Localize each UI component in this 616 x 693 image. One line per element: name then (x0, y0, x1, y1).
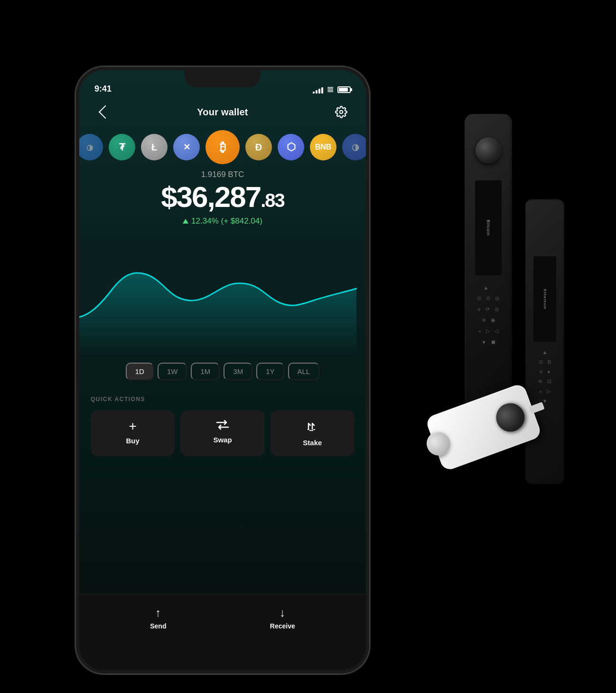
page-title: Your wallet (197, 107, 248, 118)
ledger-nano-x: Bitcoin ▲ ⊙ ⊙ ◎ ≡ ⟳ ◎ ≋ (465, 114, 512, 437)
back-arrow-icon (99, 105, 112, 119)
balance-amount: $36,287.83 (79, 182, 366, 212)
price-chart (79, 232, 366, 355)
coin-item-bnb[interactable]: BNB (310, 134, 336, 160)
app-header: Your wallet (79, 97, 366, 127)
svg-rect-3 (311, 430, 313, 431)
swap-button[interactable]: Swap (180, 410, 264, 456)
status-time: 9:41 (94, 84, 112, 94)
buy-label: Buy (126, 437, 139, 445)
svg-rect-4 (313, 429, 315, 430)
ledger-secondary-icons: ▲ ⊙ B ≡ ♦ ≋ ⊡ + ▷ ▼ (538, 349, 551, 404)
receive-icon: ↓ (280, 606, 285, 619)
time-period-1d[interactable]: 1D (126, 363, 154, 380)
coin-carousel: ◑ ₮ Ł ✕ ₿ Ð ⬡ BNB ◑ (79, 130, 366, 164)
phone-mockup: 9:41 𝌆 (75, 66, 370, 674)
ledger-icon-grid: ▲ ⊙ ⊙ ◎ ≡ ⟳ ◎ ≋ ◉ + (477, 285, 500, 345)
coin-item-ltc[interactable]: Ł (141, 134, 168, 160)
coin-item-btc[interactable]: ₿ (205, 130, 240, 164)
coin-item-usdt[interactable]: ₮ (109, 134, 135, 160)
coin-item-xrp[interactable]: ✕ (173, 134, 200, 160)
time-period-1y[interactable]: 1Y (256, 363, 284, 380)
coin-item-partial2[interactable]: ◑ (79, 134, 103, 160)
signal-strength-icon (313, 86, 323, 94)
trend-up-icon (183, 219, 188, 224)
settings-button[interactable] (332, 103, 351, 122)
swap-label: Swap (213, 436, 232, 444)
ledger-main-button (476, 138, 501, 163)
time-period-3m[interactable]: 3M (224, 363, 252, 380)
chart-svg (79, 232, 366, 355)
time-period-selector: 1D 1W 1M 3M 1Y ALL (79, 363, 366, 380)
time-period-1m[interactable]: 1M (191, 363, 220, 380)
svg-rect-1 (308, 429, 309, 430)
swap-icon (216, 420, 229, 432)
time-period-1w[interactable]: 1W (158, 363, 187, 380)
receive-button[interactable]: ↓ Receive (270, 606, 295, 630)
balance-section: 1.9169 BTC $36,287.83 12.34% (+ $842.04) (79, 170, 366, 226)
coin-item-partial[interactable]: ◑ (342, 134, 366, 160)
coin-item-eth[interactable]: ⬡ (278, 134, 304, 160)
ledger-secondary-screen: Ethereum (533, 256, 556, 342)
gear-icon (335, 106, 347, 118)
phone-notch (185, 70, 261, 87)
stake-label: Stake (303, 439, 322, 447)
status-icons: 𝌆 (313, 85, 351, 94)
ledger-text-bitcoin: Bitcoin (486, 220, 491, 236)
buy-icon: + (129, 420, 136, 433)
balance-subtitle: 1.9169 BTC (79, 170, 366, 179)
time-period-all[interactable]: ALL (288, 363, 320, 380)
ledger-white-button (423, 429, 454, 459)
quick-actions-label: QUICK ACTIONS (91, 396, 355, 403)
send-button[interactable]: ↑ Send (150, 606, 166, 630)
coin-item-doge[interactable]: Ð (245, 134, 272, 160)
send-label: Send (150, 622, 166, 630)
quick-actions-row: + Buy Swap (91, 410, 355, 456)
ledger-nano-s: Ethereum ▲ ⊙ B ≡ ♦ ≋ ⊡ + (525, 199, 564, 484)
buy-button[interactable]: + Buy (91, 410, 175, 456)
svg-rect-2 (309, 430, 311, 431)
ledger-text-ethereum: Ethereum (543, 289, 547, 309)
back-button[interactable] (94, 103, 113, 122)
ledger-white-connector (492, 399, 529, 436)
balance-change: 12.34% (+ $842.04) (79, 216, 366, 226)
quick-actions-section: QUICK ACTIONS + Buy Swap (79, 396, 366, 456)
stake-button[interactable]: Stake (271, 410, 355, 456)
svg-point-0 (340, 111, 343, 114)
send-icon: ↑ (155, 606, 161, 619)
chart-fill (79, 273, 356, 355)
ledger-main-screen: Bitcoin (475, 180, 502, 275)
receive-label: Receive (270, 622, 295, 630)
wifi-icon: 𝌆 (327, 85, 334, 94)
battery-icon (337, 86, 351, 93)
stake-icon (306, 420, 319, 435)
bottom-bar: ↑ Send ↓ Receive (79, 594, 366, 670)
